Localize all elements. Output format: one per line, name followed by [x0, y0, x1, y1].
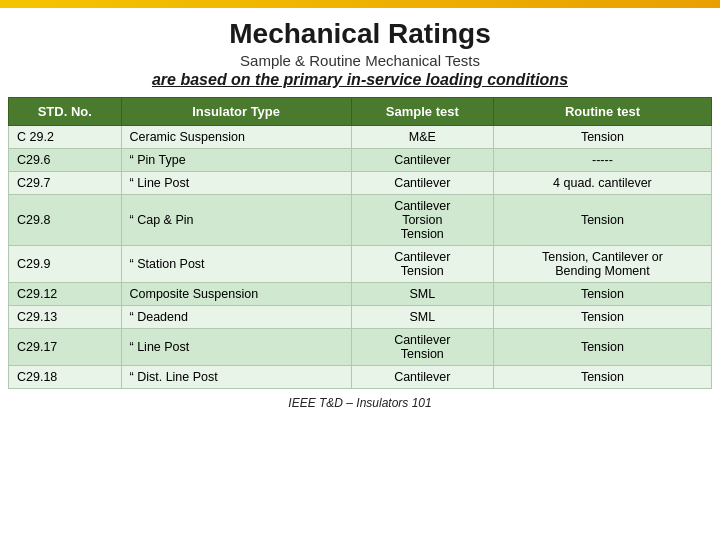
page-wrapper: Mechanical Ratings Sample & Routine Mech… [0, 0, 720, 540]
table-row: C29.12Composite SuspensionSMLTension [9, 283, 712, 306]
header-section: Mechanical Ratings Sample & Routine Mech… [0, 8, 720, 93]
cell-sample: SML [351, 306, 493, 329]
subtitle: Sample & Routine Mechanical Tests [10, 52, 710, 69]
cell-std: C29.17 [9, 329, 122, 366]
cell-routine: Tension [493, 195, 711, 246]
cell-std: C29.18 [9, 366, 122, 389]
cell-sample: Cantilever Torsion Tension [351, 195, 493, 246]
cell-routine: Tension [493, 329, 711, 366]
table-row: C29.6“ Pin TypeCantilever----- [9, 149, 712, 172]
cell-routine: 4 quad. cantilever [493, 172, 711, 195]
table-row: C29.8“ Cap & PinCantilever Torsion Tensi… [9, 195, 712, 246]
cell-routine: Tension [493, 366, 711, 389]
cell-sample: Cantilever Tension [351, 246, 493, 283]
cell-type: Composite Suspension [121, 283, 351, 306]
col-routine: Routine test [493, 98, 711, 126]
table-row: C29.7“ Line PostCantilever4 quad. cantil… [9, 172, 712, 195]
cell-routine: Tension [493, 283, 711, 306]
table-row: C 29.2Ceramic SuspensionM&ETension [9, 126, 712, 149]
cell-sample: Cantilever Tension [351, 329, 493, 366]
table-container: STD. No. Insulator Type Sample test Rout… [0, 97, 720, 393]
ratings-table: STD. No. Insulator Type Sample test Rout… [8, 97, 712, 389]
cell-routine: Tension [493, 306, 711, 329]
cell-routine: Tension, Cantilever or Bending Moment [493, 246, 711, 283]
top-bar [0, 0, 720, 8]
cell-std: C 29.2 [9, 126, 122, 149]
cell-type: “ Station Post [121, 246, 351, 283]
cell-sample: Cantilever [351, 172, 493, 195]
main-title: Mechanical Ratings [10, 18, 710, 50]
cell-std: C29.12 [9, 283, 122, 306]
cell-type: “ Dist. Line Post [121, 366, 351, 389]
table-row: C29.13“ DeadendSMLTension [9, 306, 712, 329]
footer-text: IEEE T&D – Insulators 101 [0, 396, 720, 410]
cell-sample: Cantilever [351, 149, 493, 172]
cell-type: “ Cap & Pin [121, 195, 351, 246]
table-row: C29.18“ Dist. Line PostCantileverTension [9, 366, 712, 389]
table-row: C29.17“ Line PostCantilever TensionTensi… [9, 329, 712, 366]
cell-type: “ Line Post [121, 172, 351, 195]
cell-sample: SML [351, 283, 493, 306]
cell-sample: Cantilever [351, 366, 493, 389]
cell-type: “ Line Post [121, 329, 351, 366]
cell-std: C29.6 [9, 149, 122, 172]
cell-routine: Tension [493, 126, 711, 149]
cell-type: “ Pin Type [121, 149, 351, 172]
cell-std: C29.7 [9, 172, 122, 195]
tagline: are based on the primary in-service load… [10, 71, 710, 89]
cell-type: Ceramic Suspension [121, 126, 351, 149]
col-sample: Sample test [351, 98, 493, 126]
col-type: Insulator Type [121, 98, 351, 126]
cell-std: C29.9 [9, 246, 122, 283]
cell-std: C29.8 [9, 195, 122, 246]
cell-routine: ----- [493, 149, 711, 172]
cell-sample: M&E [351, 126, 493, 149]
table-header-row: STD. No. Insulator Type Sample test Rout… [9, 98, 712, 126]
cell-type: “ Deadend [121, 306, 351, 329]
table-row: C29.9“ Station PostCantilever TensionTen… [9, 246, 712, 283]
col-std: STD. No. [9, 98, 122, 126]
cell-std: C29.13 [9, 306, 122, 329]
